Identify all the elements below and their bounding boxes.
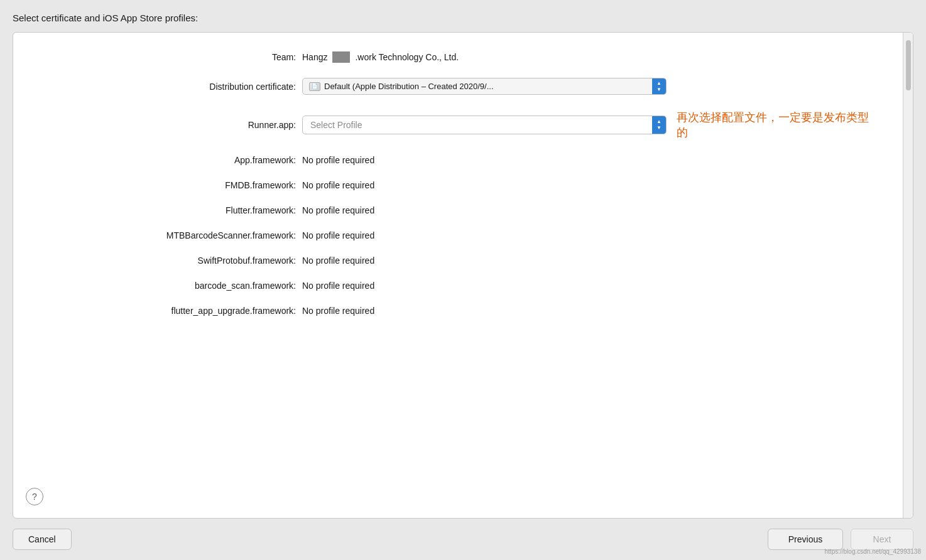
flutter-upgrade-row: flutter_app_upgrade.framework: No profil… [38,306,878,316]
scrollbar-track[interactable] [903,33,913,518]
distribution-cert-label: Distribution certificate: [38,82,302,92]
swift-framework-label: SwiftProtobuf.framework: [38,256,302,266]
previous-button[interactable]: Previous [768,529,843,550]
scrollbar-thumb[interactable] [906,40,911,90]
swift-framework-value: No profile required [302,256,878,266]
barcode-framework-label: barcode_scan.framework: [38,281,302,291]
content-panel: Team: Hangz .work Technology Co., Ltd. D… [13,32,913,519]
app-framework-value: No profile required [302,155,878,165]
mtb-framework-row: MTBBarcodeScanner.framework: No profile … [38,230,878,240]
runner-arrow-up-icon: ▲ [656,119,662,124]
team-label: Team: [38,52,302,62]
main-container: Team: Hangz .work Technology Co., Ltd. D… [13,32,913,560]
mtb-framework-value: No profile required [302,230,878,240]
flutter-framework-row: Flutter.framework: No profile required [38,205,878,215]
flutter-framework-label: Flutter.framework: [38,205,302,215]
dropdown-arrows[interactable]: ▲ ▼ [652,78,666,94]
runner-app-row: Runner.app: Select Profile ▲ ▼ 再次选择配置文件，… [38,110,878,140]
distribution-cert-dropdown[interactable]: 📄 Default (Apple Distribution – Created … [302,78,667,95]
flutter-upgrade-value: No profile required [302,306,878,316]
footer: Cancel Previous Next [13,519,913,560]
arrow-up-icon: ▲ [656,81,662,86]
cancel-button[interactable]: Cancel [13,529,72,550]
watermark: https://blog.csdn.net/qq_42993138 [825,548,921,555]
scrollable-content: Team: Hangz .work Technology Co., Ltd. D… [13,33,903,518]
distribution-cert-value: 📄 Default (Apple Distribution – Created … [303,78,652,94]
fmdb-framework-row: FMDB.framework: No profile required [38,180,878,190]
flutter-framework-value: No profile required [302,205,878,215]
distribution-cert-dropdown-container: 📄 Default (Apple Distribution – Created … [302,78,667,95]
redacted-box [332,51,350,63]
help-button[interactable]: ? [26,488,43,505]
team-row: Team: Hangz .work Technology Co., Ltd. [38,51,878,63]
runner-app-dropdown-container: Select Profile ▲ ▼ 再次选择配置文件，一定要是发布类型的 [302,110,878,140]
app-framework-row: App.framework: No profile required [38,155,878,165]
app-framework-label: App.framework: [38,155,302,165]
swift-framework-row: SwiftProtobuf.framework: No profile requ… [38,256,878,266]
flutter-upgrade-label: flutter_app_upgrade.framework: [38,306,302,316]
runner-app-label: Runner.app: [38,120,302,130]
team-value: Hangz .work Technology Co., Ltd. [302,51,459,63]
team-prefix: Hangz [302,52,327,62]
team-suffix: .work Technology Co., Ltd. [355,52,459,62]
footer-right: Previous Next [768,529,913,550]
annotation-text: 再次选择配置文件，一定要是发布类型的 [677,110,878,140]
page-title: Select certificate and iOS App Store pro… [13,13,913,23]
mtb-framework-label: MTBBarcodeScanner.framework: [38,230,302,240]
barcode-framework-value: No profile required [302,281,878,291]
runner-arrow-down-icon: ▼ [656,126,662,131]
select-profile-text: Select Profile [303,116,652,134]
cert-icon: 📄 [309,82,320,91]
runner-dropdown-arrows[interactable]: ▲ ▼ [652,116,666,134]
fmdb-framework-label: FMDB.framework: [38,180,302,190]
runner-app-dropdown[interactable]: Select Profile ▲ ▼ [302,116,667,134]
arrow-down-icon: ▼ [656,87,662,92]
barcode-framework-row: barcode_scan.framework: No profile requi… [38,281,878,291]
next-button: Next [851,529,913,550]
distribution-cert-row: Distribution certificate: 📄 Default (App… [38,78,878,95]
fmdb-framework-value: No profile required [302,180,878,190]
